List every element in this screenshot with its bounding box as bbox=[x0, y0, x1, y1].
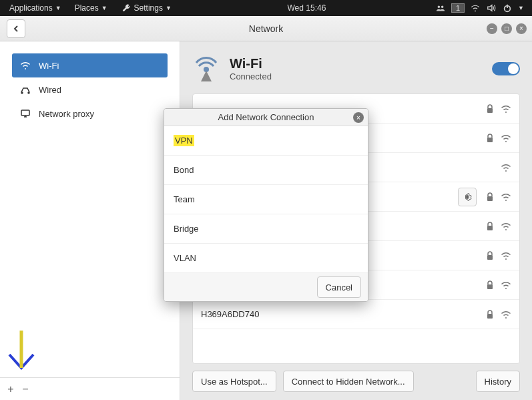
caret-down-icon: ▼ bbox=[166, 5, 172, 11]
lock-icon bbox=[485, 133, 495, 144]
window-title: Network bbox=[0, 23, 532, 34]
window-titlebar: Network − □ × bbox=[0, 16, 532, 41]
dialog-item-label: Bond bbox=[174, 165, 194, 175]
dialog-close-button[interactable]: × bbox=[353, 112, 364, 123]
lock-icon bbox=[485, 104, 495, 114]
remove-connection-button[interactable]: − bbox=[19, 383, 32, 396]
dialog-item-bond[interactable]: Bond bbox=[164, 156, 368, 185]
lock-icon bbox=[485, 309, 495, 320]
wifi-signal-icon bbox=[501, 104, 511, 114]
applications-label: Applications bbox=[9, 3, 53, 13]
wifi-icon bbox=[20, 60, 31, 71]
svg-point-1 bbox=[441, 6, 444, 9]
maximize-button[interactable]: □ bbox=[501, 23, 512, 34]
network-row[interactable]: H369A6DD740 bbox=[193, 300, 519, 329]
dialog-item-label: VLAN bbox=[174, 253, 196, 263]
people-icon[interactable] bbox=[435, 3, 446, 13]
panel-settings[interactable]: Settings ▼ bbox=[114, 3, 178, 13]
svg-rect-15 bbox=[487, 255, 493, 260]
wired-icon bbox=[20, 84, 31, 95]
dialog-item-vpn[interactable]: VPN bbox=[164, 126, 368, 156]
wifi-signal-icon bbox=[501, 162, 511, 173]
sidebar-item-network-proxy[interactable]: Network proxy bbox=[12, 102, 168, 126]
dialog-title: Add Network Connection bbox=[218, 112, 314, 122]
wifi-signal-icon bbox=[501, 133, 511, 144]
history-button[interactable]: History bbox=[476, 371, 520, 392]
sidebar-item-label: Wired bbox=[39, 85, 61, 95]
proxy-icon bbox=[20, 108, 31, 119]
svg-rect-17 bbox=[487, 314, 493, 319]
panel-clock[interactable]: Wed 15:46 bbox=[178, 3, 435, 13]
panel-applications[interactable]: Applications ▼ bbox=[3, 3, 68, 13]
workspace-indicator[interactable]: 1 bbox=[451, 3, 465, 13]
svg-rect-10 bbox=[487, 108, 493, 113]
gear-button[interactable] bbox=[458, 188, 477, 206]
caret-down-icon: ▼ bbox=[518, 5, 524, 11]
dialog-item-team[interactable]: Team bbox=[164, 185, 368, 214]
caret-down-icon: ▼ bbox=[55, 5, 61, 11]
lock-icon bbox=[485, 250, 495, 261]
wrench-icon bbox=[121, 3, 131, 13]
svg-rect-16 bbox=[487, 284, 493, 289]
network-name: H369A6DD740 bbox=[201, 309, 259, 319]
power-icon[interactable] bbox=[502, 3, 513, 13]
svg-point-5 bbox=[28, 92, 29, 93]
wifi-tray-icon[interactable] bbox=[470, 3, 481, 13]
dialog-item-label: Team bbox=[174, 194, 195, 204]
svg-rect-11 bbox=[487, 138, 493, 142]
panel-places[interactable]: Places ▼ bbox=[68, 3, 114, 13]
wifi-toggle[interactable] bbox=[492, 62, 520, 75]
content-title: Wi-Fi bbox=[230, 56, 272, 71]
dialog-item-vlan[interactable]: VLAN bbox=[164, 244, 368, 273]
wifi-signal-icon bbox=[501, 309, 511, 320]
add-connection-dialog: Add Network Connection × VPNBondTeamBrid… bbox=[164, 108, 368, 302]
sidebar-item-wi-fi[interactable]: Wi-Fi bbox=[12, 53, 168, 77]
wifi-signal-icon bbox=[501, 280, 511, 290]
lock-icon bbox=[485, 192, 495, 202]
minimize-button[interactable]: − bbox=[487, 23, 497, 34]
svg-rect-6 bbox=[21, 110, 29, 116]
lock-icon bbox=[485, 280, 495, 290]
sidebar-item-wired[interactable]: Wired bbox=[12, 77, 168, 102]
wifi-signal-icon bbox=[501, 221, 511, 232]
caret-down-icon: ▼ bbox=[101, 5, 107, 11]
svg-point-0 bbox=[438, 6, 441, 9]
content-status: Connected bbox=[230, 71, 272, 81]
dialog-item-label: Bridge bbox=[174, 224, 199, 234]
sidebar: Wi-FiWiredNetwork proxy + − bbox=[0, 41, 180, 400]
add-connection-button[interactable]: + bbox=[4, 383, 17, 396]
svg-rect-14 bbox=[487, 226, 493, 230]
dialog-item-bridge[interactable]: Bridge bbox=[164, 214, 368, 244]
wifi-antenna-icon bbox=[192, 55, 220, 83]
back-button[interactable] bbox=[7, 19, 25, 38]
hotspot-button[interactable]: Use as Hotspot... bbox=[192, 371, 276, 392]
hidden-network-button[interactable]: Connect to Hidden Network... bbox=[283, 371, 414, 392]
top-panel: Applications ▼ Places ▼ Settings ▼ Wed 1… bbox=[0, 0, 532, 16]
close-button[interactable]: × bbox=[516, 23, 527, 34]
dialog-item-label: VPN bbox=[174, 135, 194, 146]
wifi-signal-icon bbox=[501, 192, 511, 202]
sidebar-item-label: Wi-Fi bbox=[39, 61, 59, 71]
settings-label: Settings bbox=[134, 3, 163, 13]
svg-rect-13 bbox=[487, 196, 493, 201]
svg-point-12 bbox=[466, 196, 469, 198]
lock-icon bbox=[485, 221, 495, 232]
cancel-button[interactable]: Cancel bbox=[317, 276, 361, 298]
wifi-signal-icon bbox=[501, 250, 511, 261]
sidebar-item-label: Network proxy bbox=[39, 109, 94, 119]
svg-point-4 bbox=[21, 92, 23, 93]
volume-icon[interactable] bbox=[486, 3, 497, 13]
places-label: Places bbox=[75, 3, 99, 13]
